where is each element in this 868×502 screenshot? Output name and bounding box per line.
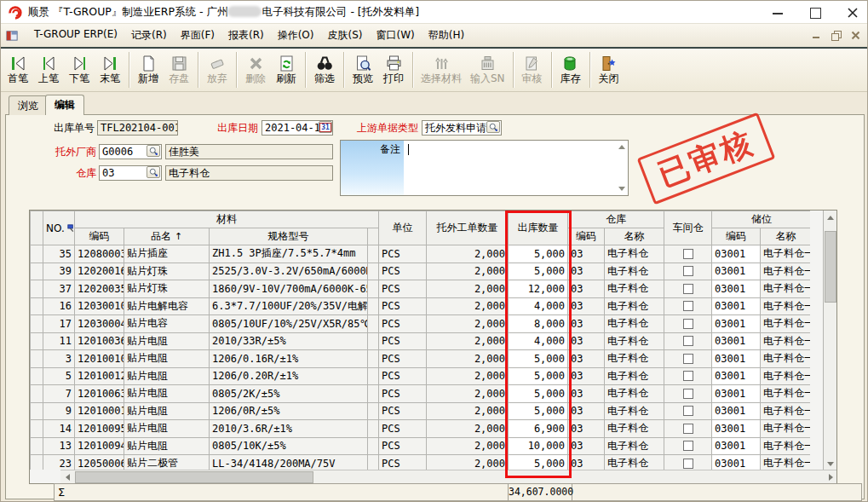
- scroll-down-icon[interactable]: [618, 187, 625, 191]
- toolbar-button-first-record[interactable]: 首笔: [3, 50, 33, 89]
- cell-code[interactable]: 12010094: [75, 437, 124, 455]
- toolbar-button-save[interactable]: 存盘: [164, 50, 194, 89]
- toolbar-button-next-record[interactable]: 下笔: [64, 50, 95, 89]
- cell-name[interactable]: 贴片电阻: [124, 332, 210, 350]
- cell-no[interactable]: 5: [43, 367, 75, 385]
- cell-out-qty[interactable]: 5,000: [509, 367, 568, 385]
- cell-loc-code[interactable]: 03001: [712, 280, 761, 298]
- cell-code[interactable]: 12010001: [75, 402, 124, 420]
- shop-warehouse-checkbox[interactable]: [683, 319, 693, 329]
- cell-wh-code[interactable]: 03: [568, 385, 605, 403]
- toolbar-button-input-sn[interactable]: 输入SN: [466, 50, 509, 89]
- toolbar-button-new-doc[interactable]: 新增: [133, 50, 164, 89]
- cell-loc-code[interactable]: 03001: [712, 420, 761, 438]
- cell-out-qty[interactable]: 8,000: [509, 315, 568, 333]
- cell-spec[interactable]: 0805/2K/±5%: [210, 385, 368, 403]
- cell-wh-name[interactable]: 电子料仓: [605, 297, 664, 315]
- shop-warehouse-checkbox[interactable]: [683, 459, 693, 469]
- cell-name[interactable]: 贴片电容: [124, 315, 210, 333]
- cell-out-qty[interactable]: 5,000: [509, 350, 568, 368]
- cell-code[interactable]: 12020035: [75, 280, 124, 298]
- cell-wh-code[interactable]: 03: [568, 367, 605, 385]
- cell-code[interactable]: 12010095: [75, 420, 124, 438]
- cell-loc-code[interactable]: 03001: [712, 402, 761, 420]
- menu-item-3[interactable]: 报表(R): [221, 26, 271, 45]
- cell-code[interactable]: 12010012: [75, 367, 124, 385]
- cell-out-qty[interactable]: 5,000: [509, 402, 568, 420]
- cell-loc-name[interactable]: 电子料仓一储: [761, 245, 811, 263]
- cell-shop-warehouse[interactable]: [664, 367, 712, 385]
- vertical-scroll-thumb[interactable]: [825, 231, 836, 303]
- cell-no[interactable]: 3: [43, 350, 75, 368]
- cell-shop-warehouse[interactable]: [664, 263, 712, 280]
- cell-no[interactable]: 39: [43, 263, 75, 280]
- shop-warehouse-checkbox[interactable]: [683, 354, 693, 364]
- row-selector[interactable]: [31, 385, 43, 403]
- cell-loc-code[interactable]: 03001: [712, 315, 761, 333]
- cell-code[interactable]: 12010010: [75, 350, 124, 368]
- cell-shop-warehouse[interactable]: [664, 332, 712, 350]
- cell-out-qty[interactable]: 6,900: [509, 420, 568, 438]
- scroll-down-button[interactable]: [824, 457, 837, 470]
- row-selector[interactable]: [31, 263, 43, 280]
- cell-unit[interactable]: PCS: [379, 367, 427, 385]
- toolbar-button-last-record[interactable]: 末笔: [95, 50, 125, 89]
- shop-warehouse-checkbox[interactable]: [683, 249, 693, 259]
- cell-loc-code[interactable]: 03001: [712, 455, 761, 470]
- cell-wh-code[interactable]: 03: [568, 245, 605, 263]
- cell-wh-code[interactable]: 03: [568, 263, 605, 280]
- mdi-restore-button[interactable]: [831, 31, 841, 40]
- scroll-left-button[interactable]: [60, 470, 74, 484]
- toolbar-button-inventory[interactable]: 库存: [555, 50, 586, 89]
- cell-wh-name[interactable]: 电子料仓: [605, 332, 664, 350]
- cell-unit[interactable]: PCS: [379, 280, 427, 298]
- cell-no[interactable]: 11: [43, 332, 75, 350]
- cell-code[interactable]: 12020016: [75, 263, 124, 280]
- cell-name[interactable]: 贴片电阻: [124, 350, 210, 368]
- cell-loc-code[interactable]: 03001: [712, 245, 761, 263]
- shop-warehouse-checkbox[interactable]: [683, 406, 693, 416]
- column-header-wh-code[interactable]: 编码: [568, 228, 605, 245]
- cell-spec[interactable]: 2525/3.0V-3.2V/650mA/6000K-650...: [210, 263, 368, 280]
- menu-item-7[interactable]: 帮助(H): [422, 26, 471, 45]
- tab-browse[interactable]: 浏览: [9, 95, 48, 115]
- group-header-location[interactable]: 储位: [712, 211, 811, 228]
- scroll-right-button[interactable]: [824, 470, 837, 484]
- shop-warehouse-checkbox[interactable]: [683, 336, 693, 346]
- cell-name[interactable]: 贴片灯珠: [124, 263, 210, 280]
- cell-name[interactable]: 贴片电阻: [124, 402, 210, 420]
- mdi-close-button[interactable]: [851, 31, 860, 40]
- column-header-loc-name[interactable]: 名称: [761, 228, 811, 245]
- cell-shop-warehouse[interactable]: [664, 402, 712, 420]
- menu-item-0[interactable]: T-GROUP ERP(E): [27, 26, 124, 45]
- cell-spec[interactable]: 2010/33R/±5%: [210, 332, 368, 350]
- cell-wh-name[interactable]: 电子料仓: [605, 385, 664, 403]
- toolbar-button-print[interactable]: 打印: [378, 50, 409, 89]
- column-header-unit[interactable]: 单位: [379, 211, 427, 245]
- cell-loc-name[interactable]: 电子料仓一储: [761, 315, 811, 333]
- column-header-name[interactable]: 品名↑: [124, 228, 210, 245]
- close-button[interactable]: [847, 7, 859, 19]
- cell-no[interactable]: 13: [43, 437, 75, 455]
- cell-wo-qty[interactable]: 2,000: [427, 420, 509, 438]
- cell-loc-name[interactable]: 电子料仓一储: [761, 367, 811, 385]
- cell-no[interactable]: 16: [43, 297, 75, 315]
- doc-no-field[interactable]: TFL202104-0017: [97, 120, 178, 136]
- cell-spec[interactable]: 1206/0.16R/±1%: [210, 350, 368, 368]
- shop-warehouse-checkbox[interactable]: [683, 441, 693, 451]
- cell-loc-code[interactable]: 03001: [712, 437, 761, 455]
- cell-loc-name[interactable]: 电子料仓一储: [761, 437, 811, 455]
- cell-wo-qty[interactable]: 2,000: [427, 367, 509, 385]
- shop-warehouse-checkbox[interactable]: [683, 371, 693, 381]
- cell-spec[interactable]: 0805/10K/±5%: [210, 437, 368, 455]
- row-selector[interactable]: [31, 297, 43, 315]
- cell-code[interactable]: 12050006: [75, 455, 124, 470]
- cell-no[interactable]: 35: [43, 245, 75, 263]
- cell-out-qty[interactable]: 12,000: [509, 280, 568, 298]
- cell-out-qty[interactable]: 10,000: [509, 437, 568, 455]
- toolbar-button-discard[interactable]: 放弃: [202, 50, 233, 89]
- cell-name[interactable]: 贴片电阻: [124, 437, 210, 455]
- cell-unit[interactable]: PCS: [379, 402, 427, 420]
- cell-wh-code[interactable]: 03: [568, 437, 605, 455]
- toolbar-button-delete[interactable]: 删除: [240, 50, 271, 89]
